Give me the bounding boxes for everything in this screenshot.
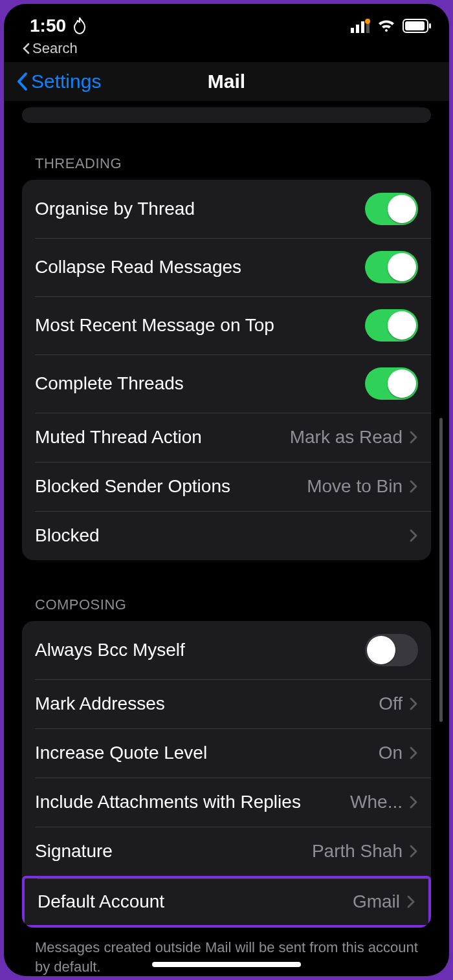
chevron-left-icon	[22, 43, 30, 54]
svg-rect-2	[361, 21, 364, 33]
row-label: Mark Addresses	[35, 693, 379, 714]
nav-bar: Settings Mail	[4, 62, 449, 101]
section-header-threading: THREADING	[22, 155, 431, 180]
row-value: Mark as Read	[290, 427, 403, 448]
wifi-icon	[377, 19, 396, 33]
chevron-right-icon	[409, 795, 418, 809]
row-label: Blocked Sender Options	[35, 476, 307, 497]
status-left: 1:50	[30, 16, 87, 36]
row-value: Off	[379, 693, 403, 714]
row-increase-quote-level[interactable]: Increase Quote Level On	[22, 728, 431, 778]
chevron-left-icon	[16, 71, 28, 92]
chevron-right-icon	[409, 746, 418, 760]
chevron-right-icon	[409, 479, 418, 494]
row-blocked-sender-options[interactable]: Blocked Sender Options Move to Bin	[22, 462, 431, 511]
row-label: Always Bcc Myself	[35, 640, 365, 660]
breadcrumb-back[interactable]: Search	[4, 39, 449, 62]
home-indicator[interactable]	[152, 962, 301, 967]
status-right	[351, 19, 431, 33]
toggle-always-bcc-myself[interactable]	[365, 634, 418, 666]
row-label: Blocked	[35, 525, 409, 546]
row-mark-addresses[interactable]: Mark Addresses Off	[22, 679, 431, 728]
chevron-right-icon	[409, 697, 418, 711]
row-value: Parth Shah	[312, 841, 403, 862]
partial-group-top	[22, 107, 431, 123]
nav-back-button[interactable]: Settings	[4, 71, 101, 93]
row-label: Signature	[35, 841, 312, 862]
chevron-right-icon	[409, 430, 418, 444]
row-label: Organise by Thread	[35, 199, 365, 219]
svg-rect-6	[405, 21, 425, 30]
row-label: Collapse Read Messages	[35, 257, 365, 278]
status-bar: 1:50	[4, 4, 449, 39]
row-signature[interactable]: Signature Parth Shah	[22, 827, 431, 876]
row-value: On	[379, 743, 403, 763]
toggle-organise-by-thread[interactable]	[365, 193, 418, 225]
row-label: Most Recent Message on Top	[35, 315, 365, 336]
battery-icon	[403, 19, 431, 33]
breadcrumb-label: Search	[32, 40, 78, 57]
device-frame: 1:50 Search Settin	[0, 0, 453, 980]
section-header-composing: COMPOSING	[22, 596, 431, 621]
chevron-right-icon	[406, 895, 415, 909]
group-composing: Always Bcc Myself Mark Addresses Off Inc…	[22, 621, 431, 928]
row-value: Whe...	[350, 792, 403, 812]
svg-rect-7	[429, 23, 431, 28]
toggle-most-recent-on-top[interactable]	[365, 309, 418, 342]
row-always-bcc-myself[interactable]: Always Bcc Myself	[22, 621, 431, 679]
row-collapse-read-messages[interactable]: Collapse Read Messages	[22, 238, 431, 296]
cellular-icon	[351, 19, 370, 33]
row-default-account[interactable]: Default Account Gmail	[22, 876, 431, 928]
row-most-recent-on-top[interactable]: Most Recent Message on Top	[22, 296, 431, 354]
chevron-right-icon	[409, 844, 418, 858]
settings-scroll[interactable]: THREADING Organise by Thread Collapse Re…	[4, 107, 449, 976]
row-muted-thread-action[interactable]: Muted Thread Action Mark as Read	[22, 413, 431, 462]
row-label: Complete Threads	[35, 373, 365, 394]
row-label: Muted Thread Action	[35, 427, 290, 448]
svg-rect-1	[356, 25, 359, 33]
svg-rect-0	[351, 28, 354, 33]
row-include-attachments-with-replies[interactable]: Include Attachments with Replies Whe...	[22, 778, 431, 827]
section-footer-composing: Messages created outside Mail will be se…	[22, 938, 431, 976]
group-threading: Organise by Thread Collapse Read Message…	[22, 180, 431, 560]
row-label: Include Attachments with Replies	[35, 792, 307, 812]
status-time: 1:50	[30, 16, 66, 36]
row-blocked[interactable]: Blocked	[22, 511, 431, 560]
svg-point-4	[365, 19, 370, 24]
toggle-complete-threads[interactable]	[365, 367, 418, 400]
row-complete-threads[interactable]: Complete Threads	[22, 354, 431, 413]
row-label: Default Account	[38, 891, 353, 912]
chevron-right-icon	[409, 528, 418, 543]
row-organise-by-thread[interactable]: Organise by Thread	[22, 180, 431, 238]
scrollbar[interactable]	[439, 418, 443, 722]
row-value: Move to Bin	[307, 476, 403, 497]
nav-back-label: Settings	[31, 71, 101, 93]
row-label: Increase Quote Level	[35, 743, 379, 763]
row-value: Gmail	[353, 891, 400, 912]
toggle-collapse-read-messages[interactable]	[365, 251, 418, 283]
flame-icon	[72, 17, 87, 34]
